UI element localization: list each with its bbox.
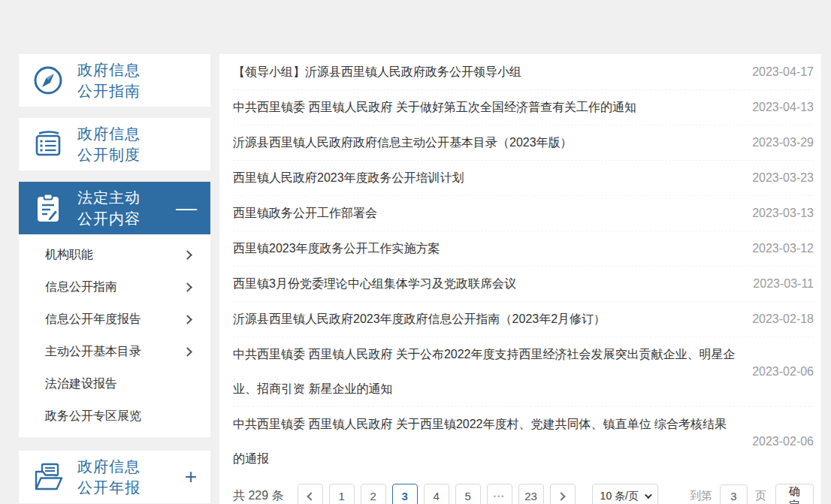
content-panel: 【领导小组】沂源县西里镇人民政府政务公开领导小组 2023-04-17 中共西里… [219, 54, 821, 504]
list-item[interactable]: 西里镇政务公开工作部署会 2023-03-13 [233, 196, 814, 231]
article-title[interactable]: 【领导小组】沂源县西里镇人民政府政务公开领导小组 [233, 55, 746, 89]
label-line2: 公开制度 [77, 146, 141, 163]
sidebar-item-annual-gov-report[interactable]: 政府信息 公开年报 + [19, 451, 210, 503]
chevron-right-icon [183, 250, 192, 260]
news-list: 【领导小组】沂源县西里镇人民政府政务公开领导小组 2023-04-17 中共西里… [233, 55, 814, 476]
article-date: 2023-03-29 [746, 136, 814, 149]
page-button-4[interactable]: 4 [424, 484, 449, 504]
next-page-button[interactable] [550, 484, 576, 504]
pagination: 共 229 条 1 2 3 4 5 ••• 23 10 条/页 到第 页 确定 [233, 484, 814, 504]
ellipsis-button[interactable]: ••• [487, 484, 512, 504]
submenu-item-basic-catalog[interactable]: 主动公开基本目录 [19, 336, 210, 368]
submenu-item-label: 主动公开基本目录 [45, 344, 141, 360]
article-date: 2023-02-06 [746, 365, 814, 379]
article-title[interactable]: 中共西里镇委 西里镇人民政府 关于西里镇2022年度村、党建共同体、镇直单位 综… [233, 407, 746, 476]
page-button-3-active[interactable]: 3 [392, 484, 418, 504]
submenu-item-label: 机构职能 [45, 247, 93, 263]
sidebar-item-label: 政府信息 公开指南 [77, 59, 210, 101]
article-date: 2023-02-06 [746, 435, 814, 448]
sidebar-item-gov-info-system[interactable]: 政府信息 公开制度 [19, 118, 210, 171]
submenu-item-rule-of-law-report[interactable]: 法治建设报告 [19, 368, 210, 400]
article-title[interactable]: 西里镇3月份党委理论中心组集体学习及党政联席会议 [233, 267, 746, 301]
sidebar-item-gov-info-guide[interactable]: 政府信息 公开指南 [19, 54, 210, 107]
goto-suffix-label: 页 [755, 489, 766, 503]
article-title[interactable]: 沂源县西里镇人民政府2023年度政府信息公开指南（2023年2月修订） [233, 302, 746, 337]
label-line2: 公开内容 [77, 210, 141, 227]
label-line1: 政府信息 [77, 458, 141, 475]
total-count: 共 229 条 [233, 488, 284, 504]
sidebar-item-legal-disclosure[interactable]: 法定主动 公开内容 — [19, 182, 210, 234]
list-item[interactable]: 中共西里镇委 西里镇人民政府 关于做好第五次全国经济普查有关工作的通知 2023… [233, 90, 814, 125]
sidebar-item-label: 法定主动 公开内容 [77, 187, 176, 229]
chevron-right-icon [183, 282, 192, 292]
list-item[interactable]: 沂源县西里镇人民政府2023年度政府信息公开指南（2023年2月修订） 2023… [233, 302, 814, 337]
collapse-icon[interactable]: — [176, 198, 197, 219]
sidebar: 政府信息 公开指南 政府信息 公开制度 [19, 54, 210, 503]
confirm-button[interactable]: 确定 [775, 484, 814, 504]
list-item[interactable]: 中共西里镇委 西里镇人民政府 关于公布2022年度支持西里经济社会发展突出贡献企… [233, 337, 814, 407]
submenu-item-disclosure-guide[interactable]: 信息公开指南 [19, 271, 210, 303]
list-item[interactable]: 【领导小组】沂源县西里镇人民政府政务公开领导小组 2023-04-17 [233, 55, 814, 90]
document-list-icon [19, 128, 77, 161]
list-item[interactable]: 中共西里镇委 西里镇人民政府 关于西里镇2022年度村、党建共同体、镇直单位 综… [233, 407, 814, 476]
label-line2: 公开指南 [77, 83, 141, 99]
chevron-right-icon [557, 492, 565, 500]
submenu-item-open-gov-exhibition[interactable]: 政务公开专区展览 [19, 400, 210, 433]
label-line1: 法定主动 [77, 189, 141, 206]
goto-prefix-label: 到第 [690, 489, 712, 503]
submenu-item-annual-report[interactable]: 信息公开年度报告 [19, 303, 210, 336]
list-item[interactable]: 西里镇3月份党委理论中心组集体学习及党政联席会议 2023-03-11 [233, 267, 814, 302]
label-line2: 公开年报 [77, 479, 141, 496]
article-date: 2023-03-11 [746, 277, 814, 291]
article-date: 2023-03-12 [746, 242, 814, 255]
label-line1: 政府信息 [77, 125, 141, 142]
page-button-2[interactable]: 2 [361, 484, 386, 504]
chevron-down-icon [645, 491, 652, 499]
article-title[interactable]: 中共西里镇委 西里镇人民政府 关于公布2022年度支持西里经济社会发展突出贡献企… [233, 337, 746, 406]
article-date: 2023-03-13 [746, 207, 814, 220]
submenu-item-label: 信息公开年度报告 [45, 312, 141, 327]
article-date: 2023-03-23 [746, 171, 814, 185]
submenu-item-label: 法治建设报告 [45, 376, 117, 392]
chevron-left-icon [307, 492, 315, 500]
article-date: 2023-04-13 [746, 101, 814, 114]
folder-report-icon [19, 460, 77, 493]
article-title[interactable]: 中共西里镇委 西里镇人民政府 关于做好第五次全国经济普查有关工作的通知 [233, 90, 746, 125]
submenu-item-agency-functions[interactable]: 机构职能 [19, 239, 210, 271]
list-item[interactable]: 西里镇人民政府2023年度政务公开培训计划 2023-03-23 [233, 161, 814, 196]
page-size-select[interactable]: 10 条/页 [592, 484, 658, 504]
page-size-label: 10 条/页 [600, 490, 639, 503]
list-item[interactable]: 沂源县西里镇人民政府政府信息主动公开基本目录（2023年版） 2023-03-2… [233, 125, 814, 161]
article-title[interactable]: 西里镇2023年度政务公开工作实施方案 [233, 231, 746, 266]
article-title[interactable]: 沂源县西里镇人民政府政府信息主动公开基本目录（2023年版） [233, 125, 746, 160]
submenu-item-label: 信息公开指南 [45, 279, 117, 295]
sidebar-item-label: 政府信息 公开年报 [77, 456, 185, 498]
submenu-item-label: 政务公开专区展览 [45, 409, 141, 424]
chevron-right-icon [183, 347, 192, 357]
sidebar-item-label: 政府信息 公开制度 [77, 123, 210, 165]
list-item[interactable]: 西里镇2023年度政务公开工作实施方案 2023-03-12 [233, 231, 814, 267]
article-date: 2023-02-18 [746, 312, 814, 326]
expand-icon[interactable]: + [185, 466, 197, 487]
page-button-23[interactable]: 23 [518, 484, 544, 504]
prev-page-button[interactable] [298, 484, 323, 504]
page-button-5[interactable]: 5 [455, 484, 481, 504]
clipboard-pen-icon [19, 192, 77, 225]
article-title[interactable]: 西里镇政务公开工作部署会 [233, 196, 746, 231]
article-date: 2023-04-17 [746, 65, 814, 79]
label-line1: 政府信息 [77, 62, 141, 78]
goto-page-input[interactable] [720, 484, 748, 504]
compass-icon [19, 64, 77, 97]
sidebar-submenu: 机构职能 信息公开指南 信息公开年度报告 主动公开基本目录 法治建设报告 政务公… [19, 234, 210, 437]
goto-page-group: 到第 页 确定 [690, 484, 814, 504]
page-button-1[interactable]: 1 [329, 484, 355, 504]
article-title[interactable]: 西里镇人民政府2023年度政务公开培训计划 [233, 161, 746, 195]
chevron-right-icon [183, 315, 192, 324]
